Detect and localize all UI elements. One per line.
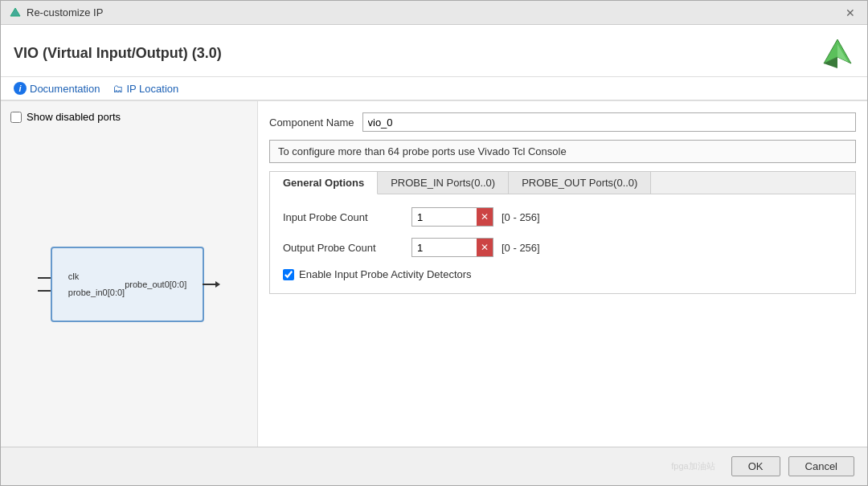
input-probe-input-wrap: ✕ [411,207,493,227]
enable-activity-checkbox[interactable] [283,269,294,280]
tab-probe-in-label: PROBE_IN Ports(0..0) [391,177,495,189]
output-probe-input[interactable] [412,239,477,256]
main-title-row: VIO (Virtual Input/Output) (3.0) [14,36,854,70]
location-icon: 🗂 [113,83,123,95]
ip-location-label: IP Location [126,83,178,95]
show-ports-checkbox[interactable] [10,112,22,123]
component-name-input[interactable] [362,112,857,132]
tab-probe-in[interactable]: PROBE_IN Ports(0..0) [378,172,509,194]
wire-left-clk [38,277,51,279]
probe-out-port-label: probe_out0[0:0] [125,280,186,289]
tab-probe-out-label: PROBE_OUT Ports(0..0) [522,177,637,189]
show-ports-text: Show disabled ports [27,111,121,123]
page-title: VIO (Virtual Input/Output) (3.0) [14,45,222,62]
tabs-header: General Options PROBE_IN Ports(0..0) PRO… [270,172,855,194]
main-window: Re-customize IP ✕ VIO (Virtual Input/Out… [0,0,868,486]
documentation-link[interactable]: i Documentation [14,82,100,95]
show-ports-checkbox-label[interactable]: Show disabled ports [10,111,248,123]
output-probe-row: Output Probe Count ✕ [0 - 256] [283,238,842,257]
info-icon: i [14,82,27,95]
vio-block: clk probe_in0[0:0] probe_out0[0:0] [51,247,204,322]
title-bar: Re-customize IP ✕ [1,1,867,25]
output-probe-label: Output Probe Count [283,242,403,254]
right-panel: Component Name To configure more than 64… [258,101,867,447]
output-probe-input-wrap: ✕ [411,238,493,257]
tabs-container: General Options PROBE_IN Ports(0..0) PRO… [269,171,856,294]
input-probe-clear-button[interactable]: ✕ [477,208,493,226]
probe-in-port-label: probe_in0[0:0] [68,288,125,297]
wire-probe-out [203,281,220,288]
left-panel: Show disabled ports [1,101,258,447]
tab-general-label: General Options [283,177,364,189]
enable-activity-label: Enable Input Probe Activity Detectors [299,268,472,280]
clk-port-label: clk [68,272,125,281]
output-probe-range: [0 - 256] [502,242,540,254]
info-box: To configure more than 64 probe ports us… [269,140,856,163]
tab-general-options[interactable]: General Options [270,172,378,194]
component-name-row: Component Name [269,112,856,132]
vivado-logo [821,36,854,70]
output-probe-clear-button[interactable]: ✕ [477,239,493,256]
close-button[interactable]: ✕ [841,5,859,21]
ok-button[interactable]: OK [731,456,780,476]
vio-left-ports: clk probe_in0[0:0] [68,272,125,297]
enable-activity-row: Enable Input Probe Activity Detectors [283,268,842,280]
input-probe-label: Input Probe Count [283,211,403,223]
wire-clk [38,277,52,279]
block-diagram-area: clk probe_in0[0:0] probe_out0[0:0] [10,131,248,437]
main-header: VIO (Virtual Input/Output) (3.0) [1,25,867,77]
nav-bar: i Documentation 🗂 IP Location [1,77,867,101]
watermark-text: fpga加油站 [14,460,715,472]
wire-probe-in [38,290,52,292]
app-icon [9,6,22,19]
input-probe-row: Input Probe Count ✕ [0 - 256] [283,207,842,227]
content-area: Show disabled ports [1,101,867,447]
input-probe-range: [0 - 256] [502,211,540,223]
vio-right-ports: probe_out0[0:0] [125,280,186,289]
tab-content-general: Input Probe Count ✕ [0 - 256] Output Pro… [270,194,855,293]
documentation-label: Documentation [30,83,100,95]
title-bar-left: Re-customize IP [9,6,103,19]
vio-block-content: clk probe_in0[0:0] probe_out0[0:0] [68,256,186,312]
ip-location-link[interactable]: 🗂 IP Location [113,83,178,95]
wire-left-probe-in [38,290,51,292]
svg-marker-0 [10,8,20,16]
window-title: Re-customize IP [27,6,103,18]
footer: fpga加油站 OK Cancel [1,447,867,485]
component-name-label: Component Name [269,116,354,129]
info-message: To configure more than 64 probe ports us… [278,145,567,157]
cancel-button[interactable]: Cancel [788,456,854,476]
tab-probe-out[interactable]: PROBE_OUT Ports(0..0) [509,172,651,194]
input-probe-input[interactable] [412,208,477,226]
